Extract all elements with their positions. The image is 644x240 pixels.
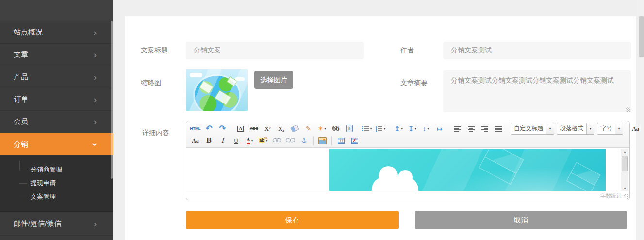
insert-image-glyph: [318, 137, 327, 144]
sidebar-subitem-label: 文案管理: [31, 192, 56, 201]
superscript-icon[interactable]: X²: [261, 123, 274, 134]
sidebar-subitem-copy-management[interactable]: 文案管理: [0, 190, 113, 204]
blockquote-glyph: 66: [332, 126, 339, 132]
select-all-icon[interactable]: A: [234, 123, 247, 134]
anchor-icon[interactable]: ⚓: [297, 136, 311, 146]
delete-table-icon[interactable]: ✗: [348, 136, 361, 146]
save-button[interactable]: 保存: [186, 211, 399, 229]
sidebar-item-site-overview[interactable]: 站点概况 ›: [0, 21, 113, 44]
cancel-button[interactable]: 取消: [415, 211, 627, 229]
sidebar-subitem-label: 分销商管理: [31, 165, 62, 174]
sidebar-item-distribution[interactable]: 分销 ›: [0, 133, 113, 156]
sidebar-item-members[interactable]: 会员 ›: [0, 111, 113, 133]
highlight-color-icon[interactable]: ab▾: [257, 136, 270, 146]
sidebar-subitem-withdrawal-application[interactable]: 提现申请: [0, 176, 113, 190]
italic-icon[interactable]: I: [216, 136, 229, 146]
copy-title-label: 文案标题: [141, 45, 168, 55]
align-right-icon[interactable]: [478, 123, 491, 134]
unlink-icon[interactable]: [284, 136, 297, 146]
paragraph-space-top-icon[interactable]: ↥▾: [392, 123, 405, 134]
sidebar-scrollbar-thumb[interactable]: [111, 21, 113, 179]
custom-title-select-value: 自定义标题: [511, 124, 546, 133]
copy-title-input[interactable]: [186, 42, 364, 59]
align-justify-icon[interactable]: [492, 123, 505, 134]
undo-icon[interactable]: ↶: [202, 123, 215, 134]
indent-icon[interactable]: ↦: [433, 123, 446, 134]
align-justify-glyph: [495, 126, 502, 132]
align-right-glyph: [481, 126, 488, 132]
underline-icon[interactable]: U: [230, 136, 243, 146]
source-code-glyph: HTML: [190, 127, 200, 131]
remove-format-icon[interactable]: [288, 123, 301, 134]
highlight-color-glyph: ab: [259, 138, 265, 143]
ordered-list-glyph: [362, 126, 369, 132]
font-size-select[interactable]: 字号▾: [597, 123, 623, 135]
delete-table-glyph: ✗: [351, 138, 358, 144]
dropdown-arrow-icon: ▾: [401, 126, 403, 131]
source-code-icon[interactable]: HTML: [189, 123, 202, 134]
font-color-glyph: A: [247, 137, 250, 144]
format-painter-icon[interactable]: ✎: [302, 123, 315, 134]
textarea-resize-grip-icon[interactable]: [626, 107, 630, 112]
line-height-icon[interactable]: ↕▾: [419, 123, 432, 134]
paragraph-space-bottom-icon[interactable]: ↧▾: [406, 123, 419, 134]
sidebar-item-label: 分销: [14, 140, 28, 149]
link-glyph: [273, 138, 281, 143]
autotypeset-icon[interactable]: ✶▾: [315, 123, 329, 134]
editor-scrollbar-thumb[interactable]: [622, 156, 628, 171]
dropdown-arrow-icon: ▾: [615, 123, 623, 134]
sidebar-item-label: 站点概况: [14, 28, 43, 37]
bold-glyph: B: [206, 137, 212, 144]
summary-textarea[interactable]: 分销文案测试分销文案测试分销文案测试分销文案测试: [443, 70, 631, 112]
toolbar-separator: [331, 137, 332, 145]
insert-table-icon[interactable]: [334, 136, 347, 146]
editor-scrollbar[interactable]: ▲ ▼: [621, 149, 628, 191]
select-all-glyph: A: [237, 126, 244, 132]
paragraph-space-top-glyph: ↥: [395, 125, 400, 132]
content-panel: 文案标题 作者 缩略图 选择图片 文章摘要 分销文案测试分销文案测试分销文案测试…: [125, 16, 636, 240]
paste-text-icon[interactable]: T: [343, 123, 356, 134]
unordered-list-icon[interactable]: ▾: [374, 123, 387, 134]
thumbnail-image: [186, 69, 248, 111]
sidebar-item-articles[interactable]: 文章 ›: [0, 44, 113, 66]
editor-resize-grip-icon[interactable]: [624, 194, 628, 199]
page-scrollbar-thumb[interactable]: [639, 16, 644, 57]
sidebar-item-label: 邮件/短信/微信: [14, 219, 61, 228]
font-size-scale-icon[interactable]: Aa: [189, 136, 202, 146]
dropdown-arrow-icon: ▾: [251, 138, 253, 143]
strikethrough-glyph: ABC: [250, 127, 258, 131]
author-input[interactable]: [443, 42, 631, 59]
editor-content-image: [329, 149, 606, 191]
autotypeset-glyph: ✶: [318, 125, 323, 132]
align-center-icon[interactable]: [464, 123, 478, 134]
remove-format-glyph: [290, 124, 299, 132]
chevron-right-icon: ›: [94, 95, 97, 104]
cloud-shape: [372, 177, 418, 191]
paragraph-format-select-value: 段落格式: [557, 124, 586, 133]
page-scrollbar[interactable]: [639, 0, 644, 240]
align-left-icon[interactable]: [451, 123, 464, 134]
link-icon[interactable]: [270, 136, 283, 146]
align-left-glyph: [454, 126, 461, 132]
sidebar-item-orders[interactable]: 订单 ›: [0, 88, 113, 111]
strikethrough-icon[interactable]: ABC: [248, 123, 261, 134]
choose-image-button[interactable]: 选择图片: [254, 71, 293, 89]
sidebar-item-label: 会员: [14, 117, 28, 126]
redo-icon[interactable]: ↷: [216, 123, 229, 134]
insert-image-icon[interactable]: [316, 136, 329, 146]
ordered-list-icon[interactable]: ▾: [361, 123, 374, 134]
bold-icon[interactable]: B: [202, 136, 215, 146]
sidebar-item-products[interactable]: 产品 ›: [0, 66, 113, 88]
dropdown-arrow-icon: ▾: [370, 126, 372, 131]
paragraph-format-select[interactable]: 段落格式▾: [557, 123, 594, 135]
font-color-icon[interactable]: A▾: [243, 136, 256, 146]
sidebar-item-label: 产品: [14, 72, 28, 82]
sidebar-item-mail-sms-wechat[interactable]: 邮件/短信/微信 ›: [0, 212, 113, 236]
sidebar-subitem-distributor-management[interactable]: 分销商管理: [0, 163, 113, 176]
paragraph-space-bottom-glyph: ↧: [408, 125, 414, 132]
custom-title-select[interactable]: 自定义标题▾: [511, 123, 554, 135]
scroll-up-icon[interactable]: ▲: [621, 149, 628, 155]
blockquote-icon[interactable]: 66: [329, 123, 342, 134]
subscript-icon[interactable]: X₂: [275, 123, 288, 134]
editor-canvas[interactable]: ▲ ▼: [187, 148, 629, 191]
